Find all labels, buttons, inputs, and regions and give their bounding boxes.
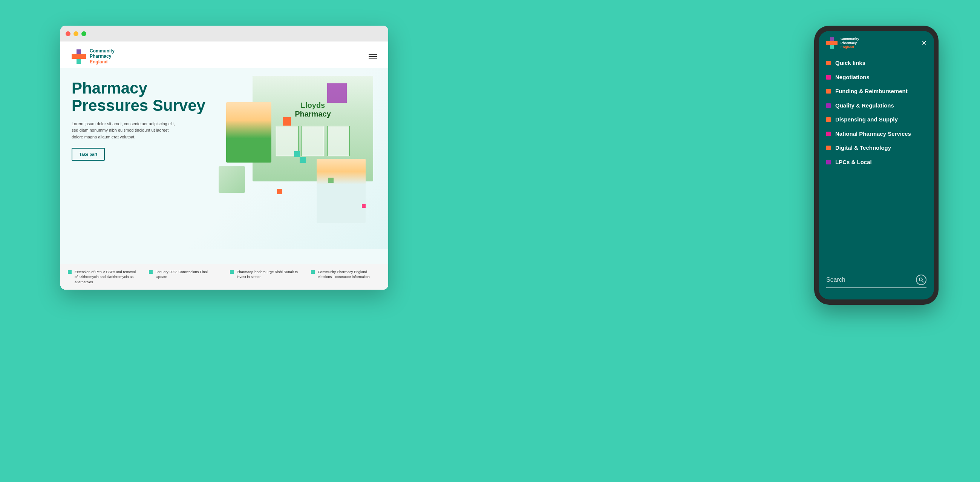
- search-button[interactable]: [916, 275, 926, 285]
- phone-logo-community: Community: [840, 37, 859, 41]
- site-logo: Community Pharmacy England: [72, 48, 115, 64]
- nav-bullet-icon: [826, 61, 831, 65]
- hero-section: Pharmacy Pressures Survey Lorem ipsum do…: [60, 68, 388, 249]
- news-item: Community Pharmacy England elections - c…: [311, 269, 381, 284]
- nav-bullet-icon: [826, 132, 831, 136]
- svg-rect-18: [826, 160, 831, 164]
- svg-rect-10: [830, 37, 834, 41]
- orange-deco-square: [283, 117, 291, 126]
- nav-item[interactable]: Digital & Technology: [826, 140, 934, 155]
- nav-item-label: Dispensing and Supply: [835, 116, 898, 123]
- nav-bullet-icon: [826, 89, 831, 94]
- site-logo-text: Community Pharmacy England: [90, 48, 115, 64]
- browser-toolbar: [60, 26, 388, 41]
- hero-images: Lloyds Pharmacy: [215, 76, 377, 242]
- nav-item[interactable]: LPCs & Local: [826, 155, 934, 169]
- phone-logo-cross-icon: [826, 37, 837, 49]
- nav-item[interactable]: Dispensing and Supply: [826, 112, 934, 127]
- store-sign: Lloyds Pharmacy: [295, 101, 331, 118]
- nav-item-label: National Pharmacy Services: [835, 130, 911, 138]
- browser-dot-yellow[interactable]: [73, 31, 78, 36]
- purple-deco-square: [327, 83, 347, 103]
- svg-rect-14: [826, 103, 831, 108]
- nav-item-label: Digital & Technology: [835, 144, 891, 152]
- logo-community: Community: [90, 48, 115, 54]
- svg-rect-1: [72, 54, 86, 59]
- deco-teal-square-2: [300, 157, 306, 163]
- logo-england: England: [90, 59, 115, 64]
- nav-item[interactable]: Quick links: [826, 56, 934, 70]
- news-text[interactable]: Community Pharmacy England elections - c…: [318, 269, 381, 284]
- phone-screen: Community Pharmacy England × Quick links…: [819, 31, 934, 300]
- svg-rect-4: [68, 270, 72, 274]
- svg-rect-12: [826, 75, 831, 80]
- deco-orange-square: [277, 189, 282, 194]
- nav-bullet-icon: [826, 160, 831, 164]
- svg-line-20: [922, 281, 923, 282]
- nav-item-label: Negotiations: [835, 73, 870, 81]
- search-input-row: Search: [826, 275, 926, 288]
- store-windows: [276, 126, 350, 156]
- news-ticker: Extension of Pen V SSPs and removal of a…: [60, 264, 388, 290]
- small-photo-image: [219, 166, 245, 193]
- nav-item-label: Quality & Regulations: [835, 102, 894, 109]
- svg-rect-6: [230, 270, 234, 274]
- svg-rect-11: [826, 61, 831, 65]
- nav-item[interactable]: Funding & Reimbursement: [826, 84, 934, 99]
- news-bullet-icon: [230, 270, 234, 274]
- phone-logo-england: England: [840, 45, 859, 49]
- news-text[interactable]: Pharmacy leaders urge Rishi Sunak to inv…: [237, 269, 300, 284]
- svg-rect-7: [311, 270, 315, 274]
- phone-header: Community Pharmacy England ×: [819, 31, 934, 53]
- site-header: Community Pharmacy England: [60, 41, 388, 68]
- browser-window: Community Pharmacy England Pharmacy Pres…: [60, 26, 388, 290]
- browser-content: Community Pharmacy England Pharmacy Pres…: [60, 41, 388, 290]
- phone-logo-text: Community Pharmacy England: [840, 37, 859, 49]
- news-bullet-icon: [149, 270, 153, 274]
- svg-rect-15: [826, 117, 831, 122]
- svg-rect-9: [826, 41, 837, 45]
- phone-logo: Community Pharmacy England: [826, 37, 859, 49]
- hero-text: Pharmacy Pressures Survey Lorem ipsum do…: [72, 76, 215, 242]
- news-bullet-icon: [68, 270, 72, 274]
- hero-title: Pharmacy Pressures Survey: [72, 80, 215, 114]
- logo-cross-icon: [72, 49, 86, 64]
- nav-bullet-icon: [826, 145, 831, 150]
- phone-search: Search: [826, 275, 926, 288]
- nav-bullet-icon: [826, 117, 831, 122]
- hero-description: Lorem ipsum dolor sit amet, consectetuer…: [72, 121, 177, 140]
- nurse-image: [226, 102, 271, 163]
- logo-pharmacy: Pharmacy: [90, 54, 115, 59]
- phone-nav: Quick links Negotiations Funding & Reimb…: [819, 53, 934, 169]
- nav-bullet-icon: [826, 75, 831, 80]
- news-item: Pharmacy leaders urge Rishi Sunak to inv…: [230, 269, 300, 284]
- nav-item-label: Funding & Reimbursement: [835, 88, 908, 95]
- deco-teal-square-1: [294, 151, 300, 157]
- deco-green-square: [328, 178, 334, 183]
- nav-item[interactable]: National Pharmacy Services: [826, 127, 934, 141]
- phone-close-button[interactable]: ×: [921, 39, 926, 47]
- nav-item[interactable]: Negotiations: [826, 70, 934, 85]
- news-item: January 2023 Concessions Final Update: [149, 269, 219, 284]
- svg-rect-13: [826, 89, 831, 94]
- nav-item[interactable]: Quality & Regulations: [826, 99, 934, 113]
- phone-logo-pharmacy: Pharmacy: [840, 41, 859, 45]
- svg-rect-17: [826, 145, 831, 150]
- nav-bullet-icon: [826, 103, 831, 108]
- browser-dot-red[interactable]: [65, 31, 70, 36]
- browser-dot-green[interactable]: [81, 31, 86, 36]
- svg-rect-5: [149, 270, 153, 274]
- search-label[interactable]: Search: [826, 276, 916, 283]
- svg-rect-16: [826, 132, 831, 136]
- take-part-button[interactable]: Take part: [72, 148, 105, 161]
- news-text[interactable]: January 2023 Concessions Final Update: [156, 269, 219, 284]
- deco-pink-square: [362, 204, 366, 208]
- news-text[interactable]: Extension of Pen V SSPs and removal of a…: [75, 269, 138, 284]
- pharmacist-image: [317, 159, 366, 223]
- news-item: Extension of Pen V SSPs and removal of a…: [68, 269, 138, 284]
- nav-item-label: LPCs & Local: [835, 158, 872, 166]
- svg-rect-3: [76, 49, 81, 54]
- news-bullet-icon: [311, 270, 315, 274]
- hamburger-menu-icon[interactable]: [369, 54, 377, 59]
- nav-item-label: Quick links: [835, 59, 865, 67]
